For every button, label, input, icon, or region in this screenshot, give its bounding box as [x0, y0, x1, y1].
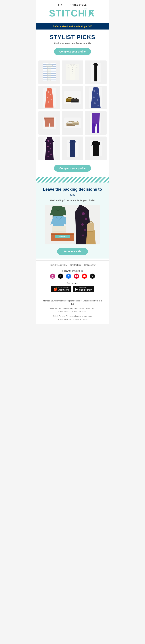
referral-text: Refer a friend and you both get $25	[53, 25, 92, 28]
packing-illustration: STITCH FIX	[45, 204, 100, 244]
stylist-picks-section: STYLIST PICKS Find your next new faves i…	[36, 30, 109, 60]
social-section: Follow us @StitchFix	[36, 268, 109, 296]
svg-point-73	[82, 212, 85, 215]
product-grid	[36, 60, 109, 160]
tiktok-icon[interactable]	[58, 274, 63, 279]
legal-footer: Manage your communication preferences or…	[36, 296, 109, 324]
svg-point-42	[97, 105, 99, 106]
svg-point-24	[48, 92, 49, 93]
product-row-2	[38, 86, 107, 109]
svg-rect-65	[70, 140, 71, 142]
help-link[interactable]: Help center	[84, 264, 95, 266]
diagonal-stripe-banner	[36, 177, 109, 182]
instagram-icon[interactable]	[50, 274, 55, 279]
app-store-button[interactable]: 🍎 Download on the App Store	[51, 286, 71, 292]
product-item-dress-floral[interactable]	[38, 86, 60, 109]
product-item-tank-navy[interactable]	[62, 136, 83, 160]
product-item-sandal-flat[interactable]	[62, 111, 83, 135]
svg-point-27	[51, 99, 52, 100]
product-row-4	[38, 136, 107, 160]
svg-rect-44	[97, 87, 97, 89]
svg-point-16	[72, 69, 73, 70]
svg-point-25	[50, 94, 51, 96]
address-city: San Francisco, CA 94104, USA.	[58, 310, 87, 313]
svg-point-53	[72, 123, 79, 125]
google-play-button[interactable]: ▶ GET IT ON Google Play	[73, 286, 94, 292]
referral-banner[interactable]: Refer a friend and you both get $25	[36, 23, 109, 30]
svg-point-26	[47, 97, 48, 98]
product-item-sandal-brown[interactable]	[62, 86, 83, 109]
schedule-fix-button[interactable]: Schedule a Fix	[57, 248, 88, 255]
fix-label: FIX	[58, 4, 62, 6]
svg-point-58	[50, 143, 51, 144]
logo: STITCH F Ī X	[40, 7, 105, 19]
svg-point-40	[97, 99, 99, 101]
complete-profile-button-top[interactable]: Complete your profile	[54, 48, 91, 55]
app-store-large: App Store	[58, 288, 69, 291]
svg-text:Ī: Ī	[84, 8, 87, 18]
svg-point-57	[48, 140, 49, 142]
svg-point-41	[94, 102, 96, 104]
google-play-text: GET IT ON Google Play	[79, 287, 91, 291]
svg-text:STITCH FIX: STITCH FIX	[59, 236, 67, 238]
give-get-link[interactable]: Give $25, get $25	[50, 264, 67, 266]
facebook-icon[interactable]	[66, 274, 71, 279]
trademark-line2: of Stitch Fix, Inc. ©Stitch Fix 2025	[57, 318, 87, 320]
legal-links-row: Manage your communication preferences or…	[42, 299, 103, 306]
product-item-dress-floral2[interactable]	[85, 86, 107, 109]
product-item-dress-floral3[interactable]	[38, 136, 60, 160]
email-container: FIX ⟵⟶ FREESTYLE STITCH F Ī X Refer a fr…	[36, 0, 109, 324]
svg-point-63	[48, 156, 49, 157]
social-icons	[40, 274, 105, 279]
follow-text: Follow us @StitchFix	[40, 270, 105, 272]
svg-point-61	[48, 151, 50, 152]
product-item-tank-stripe[interactable]	[38, 60, 60, 84]
svg-point-77	[82, 234, 84, 236]
fix-freestyle-row: FIX ⟵⟶ FREESTYLE	[40, 3, 105, 6]
svg-text:STITCH F: STITCH F	[49, 8, 94, 18]
svg-point-39	[93, 96, 95, 98]
product-item-shorts-pink[interactable]	[38, 111, 60, 135]
svg-point-62	[50, 154, 52, 155]
stylist-picks-title: STYLIST PICKS	[40, 34, 105, 40]
divider-icon: ⟵⟶	[63, 3, 71, 6]
pinterest-icon[interactable]	[74, 274, 79, 279]
app-store-text: Download on the App Store	[58, 287, 69, 291]
svg-point-28	[48, 102, 49, 103]
app-store-small: Download on the	[58, 287, 69, 288]
svg-point-60	[50, 148, 51, 149]
header: FIX ⟵⟶ FREESTYLE STITCH F Ī X	[36, 0, 109, 23]
google-play-large: Google Play	[79, 288, 91, 291]
svg-text:X: X	[88, 8, 95, 18]
packing-content: Leave the packing decisions to us Weeken…	[36, 182, 109, 258]
product-item-pants-purple[interactable]	[85, 111, 107, 135]
svg-rect-43	[94, 87, 95, 89]
svg-point-76	[84, 229, 86, 231]
manage-prefs-link[interactable]: Manage your communication preferences	[43, 300, 80, 302]
app-section: Get the app 🍎 Download on the App Store …	[40, 280, 105, 295]
get-app-text: Get the app	[44, 282, 101, 284]
svg-point-37	[93, 90, 95, 92]
contact-link[interactable]: Contact us	[70, 264, 81, 266]
product-item-tank-black[interactable]	[85, 60, 107, 84]
google-play-small: GET IT ON	[79, 287, 86, 288]
legal-trademark: Stitch Fix and Fix are registered tradem…	[42, 315, 103, 321]
x-icon[interactable]	[90, 274, 95, 279]
complete-profile-button-bottom[interactable]: Complete your profile	[54, 165, 91, 172]
or-text: or	[80, 300, 82, 302]
product-item-shirt-white[interactable]	[62, 60, 83, 84]
footer-links: Give $25, get $25 Contact us Help center	[36, 260, 109, 268]
svg-point-59	[47, 146, 49, 147]
svg-point-19	[72, 76, 73, 76]
packing-section: Leave the packing decisions to us Weeken…	[36, 177, 109, 258]
svg-point-74	[85, 218, 87, 220]
youtube-icon[interactable]	[82, 274, 87, 279]
svg-rect-66	[74, 140, 75, 142]
svg-point-38	[97, 93, 98, 94]
svg-rect-34	[71, 99, 79, 101]
stylist-picks-subtitle: Find your next new faves in a Fix	[40, 42, 105, 45]
trademark-line1: Stitch Fix and Fix are registered tradem…	[53, 315, 92, 317]
product-item-top-black[interactable]	[85, 136, 107, 160]
svg-point-75	[81, 223, 84, 226]
packing-subtitle: Weekend trip? Leave a note for your Styl…	[42, 199, 103, 202]
